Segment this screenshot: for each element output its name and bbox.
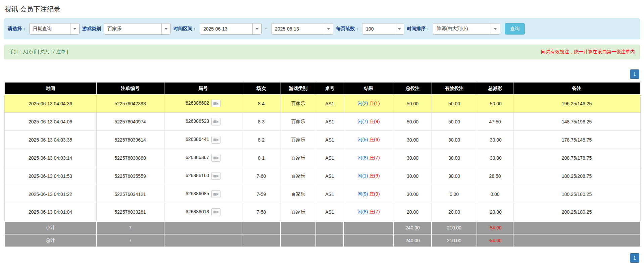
page-1-button[interactable]: 1 (630, 69, 639, 79)
cell-time: 2025-06-13 04:01:22 (4, 185, 96, 203)
total-bet-link[interactable]: 50.00 (394, 95, 432, 113)
video-replay-icon[interactable] (211, 208, 220, 216)
cell-result: 闲(9) 庄(9) (344, 185, 394, 203)
total-bet-link[interactable]: 30.00 (394, 185, 432, 203)
page-1-button[interactable]: 1 (630, 253, 639, 263)
video-replay-icon[interactable] (211, 172, 220, 180)
chevron-down-icon[interactable] (70, 23, 79, 34)
sort-select[interactable]: 降幂(由大到小) (433, 23, 500, 35)
cell-valid-bet: 20.00 (432, 203, 477, 221)
pagination-top: 1 (5, 69, 639, 79)
result-player: 闲(8) (357, 209, 368, 214)
game-type-value: 百家乐 (104, 23, 161, 34)
round-id-text: 626386602 (186, 100, 209, 106)
video-replay-icon[interactable] (211, 118, 220, 125)
col-table-no: 桌号 (316, 83, 344, 95)
col-result: 结果 (344, 83, 394, 95)
video-replay-icon[interactable] (211, 136, 220, 144)
query-type-value: 日期查询 (30, 23, 70, 34)
total-bet-link[interactable]: 30.00 (394, 167, 432, 185)
subtotal-empty (316, 221, 344, 234)
cell-bet-id: 522576035559 (96, 167, 164, 185)
subtotal-empty (242, 221, 281, 234)
result-banker: 庄(9) (369, 173, 380, 178)
total-label: 总计 (4, 234, 96, 247)
cell-result: 闲(7) 庄(9) (344, 113, 394, 131)
cell-table-no: AS1 (316, 203, 344, 221)
date-separator: ~ (264, 26, 268, 32)
round-id-text: 626386085 (186, 191, 209, 196)
cell-valid-bet: 50.00 (432, 95, 477, 113)
cell-session: 8-1 (242, 149, 281, 167)
query-type-select[interactable]: 日期查询 (29, 23, 80, 35)
filter-bar: 请选择： 日期查询 游戏类别 百家乐 时间区间： 2025-06-13 ~ 20… (4, 18, 640, 39)
total-payout: -54.00 (477, 234, 513, 247)
cell-note: 180.25/180.25 (513, 185, 640, 203)
cell-table-no: AS1 (316, 167, 344, 185)
cell-session: 8-4 (242, 95, 281, 113)
col-note: 备注 (513, 83, 640, 95)
cell-bet-id: 522576042393 (96, 95, 164, 113)
chevron-down-icon[interactable] (395, 23, 404, 34)
round-id-text: 626386013 (186, 209, 209, 214)
total-bet-link[interactable]: 30.00 (394, 131, 432, 149)
cell-round-id: 626386602 (164, 95, 242, 113)
chevron-down-icon[interactable] (324, 23, 333, 34)
search-button[interactable]: 查询 (505, 23, 525, 35)
total-bet-link[interactable]: 30.00 (394, 149, 432, 167)
video-replay-icon[interactable] (211, 190, 220, 198)
cell-game-type: 百家乐 (281, 185, 316, 203)
cell-result: 闲(2) 庄(1) (344, 95, 394, 113)
query-type-label: 请选择： (8, 26, 27, 32)
page-size-select[interactable]: 100 (362, 23, 404, 35)
sort-value: 降幂(由大到小) (433, 23, 491, 34)
total-total-bet: 240.00 (394, 234, 432, 247)
cell-session: 7-59 (242, 185, 281, 203)
cell-session: 7-60 (242, 167, 281, 185)
total-empty (316, 234, 344, 247)
cell-round-id: 626386441 (164, 131, 242, 149)
cell-payout: 47.50 (477, 113, 513, 131)
chevron-down-icon[interactable] (252, 23, 261, 34)
video-replay-icon[interactable] (211, 100, 220, 107)
page-title: 视讯 会员下注纪录 (0, 0, 644, 17)
col-bet-id: 注单编号 (96, 83, 164, 95)
cell-time: 2025-06-13 04:04:36 (4, 95, 96, 113)
summary-bar: 币别 : 人民币 | 总共 :7 注单 | 同局有效投注，统一计算在该局第一张注… (4, 45, 640, 59)
table-row: 2025-06-13 04:01:22 522576034121 6263860… (4, 185, 640, 203)
cell-result: 闲(8) 庄(7) (344, 203, 394, 221)
cell-table-no: AS1 (316, 113, 344, 131)
video-replay-icon[interactable] (211, 154, 220, 162)
chevron-down-icon[interactable] (161, 23, 170, 34)
subtotal-empty (164, 221, 242, 234)
result-player: 闲(5) (357, 137, 368, 142)
round-id-text: 626386441 (186, 137, 209, 142)
total-valid-bet: 210.00 (432, 234, 477, 247)
game-type-select[interactable]: 百家乐 (104, 23, 171, 35)
cell-time: 2025-06-13 04:03:14 (4, 149, 96, 167)
cell-round-id: 626386160 (164, 167, 242, 185)
date-range-label: 时间区间： (174, 26, 197, 32)
total-bet-link[interactable]: 20.00 (394, 203, 432, 221)
total-empty (513, 234, 640, 247)
total-empty (164, 234, 242, 247)
date-to-select[interactable]: 2025-06-13 (271, 23, 333, 35)
cell-payout: 0.00 (477, 185, 513, 203)
date-from-value: 2025-06-13 (200, 23, 252, 34)
total-row: 总计 7 240.00 210.00 -54.00 (4, 234, 640, 247)
subtotal-label: 小计 (4, 221, 96, 234)
cell-game-type: 百家乐 (281, 131, 316, 149)
total-empty (242, 234, 281, 247)
chevron-down-icon[interactable] (491, 23, 500, 34)
cell-table-no: AS1 (316, 95, 344, 113)
result-banker: 庄(9) (369, 191, 380, 197)
result-banker: 庄(6) (369, 137, 380, 142)
subtotal-row: 小计 7 240.00 210.00 -54.00 (4, 221, 640, 234)
cell-result: 闲(1) 庄(9) (344, 167, 394, 185)
total-empty (344, 234, 394, 247)
sort-label: 时间排序： (407, 26, 430, 32)
page-size-label: 每页笔数： (336, 26, 359, 32)
total-bet-link[interactable]: 50.00 (394, 113, 432, 131)
date-from-select[interactable]: 2025-06-13 (200, 23, 262, 35)
cell-session: 7-58 (242, 203, 281, 221)
